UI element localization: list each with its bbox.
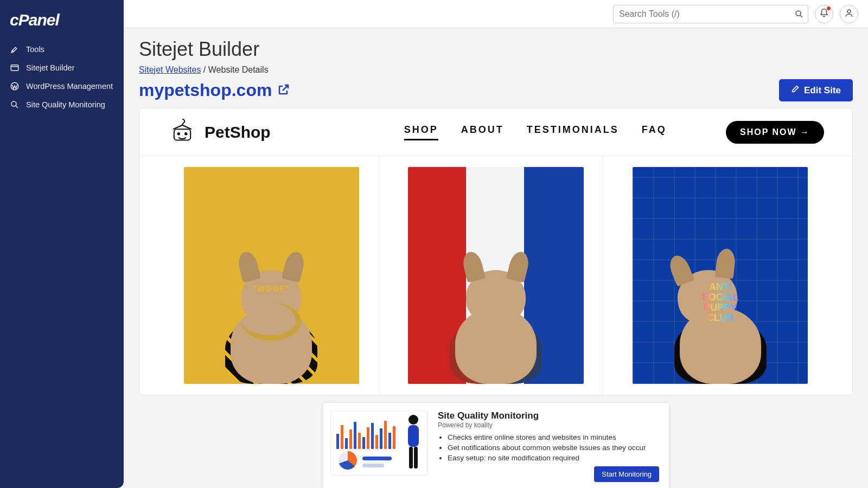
bar-chart-icon (336, 416, 401, 449)
lines-icon (362, 457, 392, 467)
product-image-2 (408, 167, 584, 383)
content: Sitejet Builder Sitejet Websites / Websi… (124, 28, 868, 395)
shop-now-button[interactable]: SHOP NOW → (726, 121, 824, 144)
edit-site-label: Edit Site (804, 85, 841, 96)
sidebar: cPanel Tools Sitejet Builder WordPress M… (0, 0, 124, 488)
product-card-3[interactable]: ANTI SOCIAL PUPPY CLUB (613, 156, 827, 395)
user-icon (844, 8, 854, 20)
promo-bullet: Get notifications about common website i… (448, 444, 659, 452)
page-title: Sitejet Builder (139, 38, 853, 61)
svg-point-3 (796, 11, 801, 16)
product-card-1[interactable]: "WOOF" (164, 156, 379, 395)
notification-dot (827, 7, 831, 10)
svg-rect-10 (409, 447, 413, 468)
notifications-button[interactable] (815, 5, 833, 23)
pencil-icon (791, 85, 800, 96)
sidebar-item-sitejet[interactable]: Sitejet Builder (0, 59, 124, 77)
product-card-2[interactable] (389, 156, 604, 395)
sidebar-item-site-quality[interactable]: Site Quality Monitoring (0, 95, 124, 114)
svg-rect-9 (408, 425, 419, 447)
person-icon (403, 413, 424, 473)
domain-text: mypetshop.com (139, 80, 272, 100)
svg-point-8 (409, 415, 418, 425)
preview-nav-about[interactable]: ABOUT (461, 124, 504, 140)
external-link-icon (277, 80, 290, 100)
account-button[interactable] (840, 5, 858, 23)
promo-subtitle: Powered by koality (438, 421, 659, 429)
search-icon (794, 9, 804, 21)
product-image-1: "WOOF" (184, 167, 360, 383)
sidebar-item-label: Sitejet Builder (26, 63, 74, 72)
preview-nav-shop[interactable]: SHOP (404, 124, 438, 140)
wordpress-icon (10, 81, 20, 91)
svg-point-6 (178, 133, 180, 134)
promo-list: Checks entire online stores and websites… (438, 433, 659, 462)
preview-logo-text: PetShop (205, 123, 271, 142)
brand-logo: cPanel (0, 8, 124, 40)
preview-nav-testimonials[interactable]: TESTIMONIALS (527, 124, 619, 140)
svg-point-4 (847, 10, 851, 13)
promo-illustration (330, 410, 428, 476)
preview-nav: SHOP ABOUT TESTIMONIALS FAQ (404, 124, 667, 140)
svg-rect-11 (414, 447, 418, 468)
search-input[interactable] (613, 5, 808, 23)
breadcrumb-sep: / (201, 65, 208, 74)
domain-link[interactable]: mypetshop.com (139, 80, 290, 100)
preview-header: PetShop SHOP ABOUT TESTIMONIALS FAQ SHOP… (139, 108, 852, 156)
promo-title: Site Quality Monitoring (438, 410, 659, 421)
svg-rect-0 (11, 65, 18, 71)
main: Sitejet Builder Sitejet Websites / Websi… (124, 0, 868, 488)
promo-body: Site Quality Monitoring Powered by koali… (438, 410, 659, 482)
site-preview: PetShop SHOP ABOUT TESTIMONIALS FAQ SHOP… (139, 108, 853, 395)
tools-icon (10, 44, 20, 54)
sitejet-icon (10, 63, 20, 73)
domain-row: mypetshop.com Edit Site (139, 79, 853, 101)
sidebar-item-tools[interactable]: Tools (0, 40, 124, 59)
pie-chart-icon (339, 451, 357, 470)
breadcrumb: Sitejet Websites / Website Details (139, 65, 853, 75)
promo-bullet: Easy setup: no site modification require… (448, 454, 659, 462)
svg-point-2 (11, 101, 16, 106)
product-overlay-1: "WOOF" (253, 284, 290, 293)
product-overlay-3: ANTI SOCIAL PUPPY CLUB (702, 282, 739, 323)
brand-logo-text: cPanel (10, 11, 59, 29)
promo-card: Site Quality Monitoring Powered by koali… (322, 402, 669, 488)
sidebar-item-label: Tools (26, 45, 44, 54)
sidebar-item-label: Site Quality Monitoring (26, 100, 105, 109)
preview-gallery: "WOOF" ANTI SOCIA (139, 156, 852, 395)
search-wrap (613, 5, 808, 23)
breadcrumb-link[interactable]: Sitejet Websites (139, 65, 201, 74)
promo-bullet: Checks entire online stores and websites… (448, 433, 659, 441)
edit-site-button[interactable]: Edit Site (779, 79, 853, 101)
product-image-3: ANTI SOCIAL PUPPY CLUB (633, 167, 808, 383)
sidebar-item-label: WordPress Management (26, 82, 113, 91)
sidebar-item-wordpress[interactable]: WordPress Management (0, 77, 124, 95)
breadcrumb-current: Website Details (208, 65, 269, 74)
svg-point-7 (185, 133, 187, 134)
magnifier-icon (10, 100, 20, 110)
topbar (124, 0, 868, 28)
preview-nav-faq[interactable]: FAQ (642, 124, 667, 140)
hanger-icon (168, 115, 197, 149)
start-monitoring-button[interactable]: Start Monitoring (594, 466, 659, 482)
preview-logo: PetShop (168, 115, 271, 149)
